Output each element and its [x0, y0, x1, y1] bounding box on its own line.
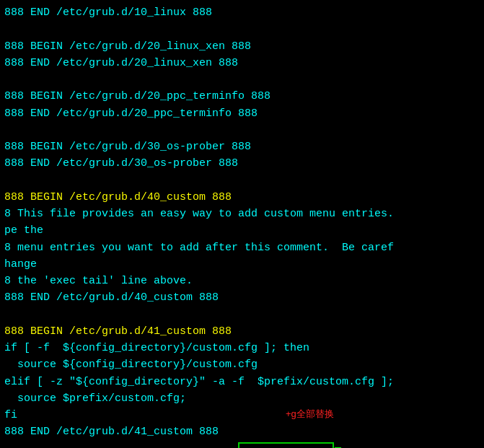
- line-24: source $prefix/custom.cfg;: [4, 390, 480, 407]
- line-blank-3: [4, 122, 480, 139]
- line-17: 8 the 'exec tail' line above.: [4, 273, 480, 289]
- line-22: source ${config_directory}/custom.cfg: [4, 356, 480, 373]
- line-16: hange: [4, 256, 480, 273]
- line-12: 888 BEGIN /etc/grub.d/40_custom 888: [4, 189, 480, 206]
- line-blank-4: [4, 172, 480, 189]
- sed-command[interactable]: sed 's@#@8@g': [238, 442, 334, 449]
- line-7: 888 END /etc/grub.d/20_ppc_terminfo 888: [4, 105, 480, 122]
- line-14: pe the: [4, 222, 480, 239]
- line-blank-2: [4, 71, 480, 88]
- line-6: 888 BEGIN /etc/grub.d/20_ppc_terminfo 88…: [4, 88, 480, 105]
- terminal: 888 END /etc/grub.d/10_linux 888 888 BEG…: [0, 0, 484, 448]
- line-15: 8 menu entries you want to add after thi…: [4, 240, 480, 256]
- tooltip-label: +g全部替换: [286, 407, 440, 421]
- command-text: cat grub2.cfg |: [134, 445, 238, 449]
- line-23: elif [ -z "${config_directory}" -a -f $p…: [4, 374, 480, 390]
- line-10: 888 END /etc/grub.d/30_os-prober 888: [4, 155, 480, 172]
- line-fi: fi: [4, 407, 17, 423]
- line-26: 888 END /etc/grub.d/41_custom 888: [4, 423, 480, 440]
- line-3: 888 BEGIN /etc/grub.d/20_linux_xen 888: [4, 38, 480, 55]
- line-21: if [ -f ${config_directory}/custom.cfg ]…: [4, 340, 480, 356]
- line-4: 888 END /etc/grub.d/20_linux_xen 888: [4, 55, 480, 71]
- prompt: [root@localhost /]#: [4, 445, 134, 449]
- line-20: 888 BEGIN /etc/grub.d/41_custom 888: [4, 323, 480, 340]
- line-1: 888 END /etc/grub.d/10_linux 888: [4, 4, 480, 21]
- line-blank-1: [4, 21, 480, 38]
- line-9: 888 BEGIN /etc/grub.d/30_os-prober 888: [4, 139, 480, 155]
- line-blank-5: [4, 307, 480, 323]
- line-18: 888 END /etc/grub.d/40_custom 888: [4, 289, 480, 306]
- command-line[interactable]: [root@localhost /]# cat grub2.cfg | sed …: [4, 442, 480, 449]
- line-13: 8 This file provides an easy way to add …: [4, 206, 480, 222]
